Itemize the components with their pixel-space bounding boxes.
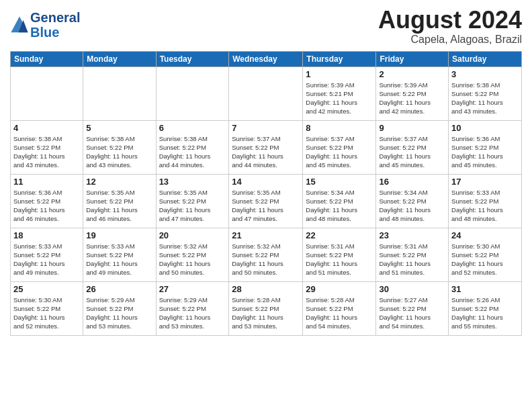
day-number: 21 (232, 230, 300, 240)
logo: General Blue (10, 10, 80, 40)
week-row-3: 11Sunrise: 5:36 AM Sunset: 5:22 PM Dayli… (11, 174, 522, 228)
day-info: Sunrise: 5:31 AM Sunset: 5:22 PM Dayligh… (379, 242, 445, 277)
day-number: 13 (159, 177, 226, 187)
day-number: 24 (451, 230, 519, 240)
day-info: Sunrise: 5:35 AM Sunset: 5:22 PM Dayligh… (232, 188, 300, 224)
calendar-cell: 18Sunrise: 5:33 AM Sunset: 5:22 PM Dayli… (11, 228, 83, 281)
day-number: 4 (13, 123, 80, 133)
day-info: Sunrise: 5:31 AM Sunset: 5:22 PM Dayligh… (306, 242, 373, 277)
day-number: 1 (306, 69, 373, 79)
day-info: Sunrise: 5:32 AM Sunset: 5:22 PM Dayligh… (159, 242, 226, 277)
day-number: 2 (379, 69, 445, 79)
day-number: 12 (86, 177, 152, 187)
calendar-cell: 29Sunrise: 5:28 AM Sunset: 5:22 PM Dayli… (303, 281, 376, 335)
calendar-cell: 7Sunrise: 5:37 AM Sunset: 5:22 PM Daylig… (229, 120, 303, 174)
calendar-cell: 19Sunrise: 5:33 AM Sunset: 5:22 PM Dayli… (83, 228, 156, 281)
calendar-cell: 16Sunrise: 5:34 AM Sunset: 5:22 PM Dayli… (376, 174, 449, 228)
day-number: 14 (232, 177, 300, 187)
day-number: 25 (13, 284, 80, 294)
day-number: 20 (159, 230, 226, 240)
day-info: Sunrise: 5:39 AM Sunset: 5:21 PM Dayligh… (306, 81, 373, 116)
calendar-cell: 5Sunrise: 5:38 AM Sunset: 5:22 PM Daylig… (83, 120, 156, 174)
calendar-cell: 1Sunrise: 5:39 AM Sunset: 5:21 PM Daylig… (303, 66, 376, 120)
calendar-cell: 21Sunrise: 5:32 AM Sunset: 5:22 PM Dayli… (229, 228, 303, 281)
day-info: Sunrise: 5:34 AM Sunset: 5:22 PM Dayligh… (379, 188, 445, 224)
calendar-cell: 27Sunrise: 5:29 AM Sunset: 5:22 PM Dayli… (156, 281, 229, 335)
day-info: Sunrise: 5:38 AM Sunset: 5:22 PM Dayligh… (159, 134, 226, 170)
day-info: Sunrise: 5:28 AM Sunset: 5:22 PM Dayligh… (306, 295, 373, 331)
day-number: 16 (379, 177, 445, 187)
day-info: Sunrise: 5:33 AM Sunset: 5:22 PM Dayligh… (451, 188, 519, 224)
day-info: Sunrise: 5:34 AM Sunset: 5:22 PM Dayligh… (306, 188, 373, 224)
day-number: 19 (86, 230, 152, 240)
day-number: 29 (306, 284, 373, 294)
logo-text: General Blue (30, 10, 80, 40)
page: General Blue August 2024 Capela, Alagoas… (0, 0, 532, 342)
week-row-4: 18Sunrise: 5:33 AM Sunset: 5:22 PM Dayli… (11, 228, 522, 281)
day-number: 9 (379, 123, 445, 133)
calendar-cell: 15Sunrise: 5:34 AM Sunset: 5:22 PM Dayli… (303, 174, 376, 228)
calendar-cell: 24Sunrise: 5:30 AM Sunset: 5:22 PM Dayli… (449, 228, 522, 281)
calendar-cell: 14Sunrise: 5:35 AM Sunset: 5:22 PM Dayli… (229, 174, 303, 228)
day-number: 5 (86, 123, 152, 133)
col-saturday: Saturday (449, 51, 522, 66)
month-title: August 2024 (378, 7, 522, 34)
day-number: 26 (86, 284, 152, 294)
calendar-cell: 8Sunrise: 5:37 AM Sunset: 5:22 PM Daylig… (303, 120, 376, 174)
col-monday: Monday (83, 51, 156, 66)
week-row-5: 25Sunrise: 5:30 AM Sunset: 5:22 PM Dayli… (11, 281, 522, 335)
calendar-cell: 20Sunrise: 5:32 AM Sunset: 5:22 PM Dayli… (156, 228, 229, 281)
calendar-cell: 10Sunrise: 5:36 AM Sunset: 5:22 PM Dayli… (449, 120, 522, 174)
calendar-cell (156, 66, 229, 120)
day-info: Sunrise: 5:28 AM Sunset: 5:22 PM Dayligh… (232, 295, 300, 331)
calendar-cell: 6Sunrise: 5:38 AM Sunset: 5:22 PM Daylig… (156, 120, 229, 174)
day-info: Sunrise: 5:37 AM Sunset: 5:22 PM Dayligh… (379, 134, 445, 170)
calendar-cell: 11Sunrise: 5:36 AM Sunset: 5:22 PM Dayli… (11, 174, 83, 228)
day-number: 3 (451, 69, 519, 79)
col-friday: Friday (376, 51, 449, 66)
logo-icon (10, 15, 29, 34)
day-info: Sunrise: 5:30 AM Sunset: 5:22 PM Dayligh… (13, 295, 80, 331)
day-number: 7 (232, 123, 300, 133)
calendar-cell (229, 66, 303, 120)
day-number: 23 (379, 230, 445, 240)
day-info: Sunrise: 5:38 AM Sunset: 5:22 PM Dayligh… (13, 134, 80, 170)
col-tuesday: Tuesday (156, 51, 229, 66)
calendar-cell (11, 66, 83, 120)
day-number: 30 (379, 284, 445, 294)
day-info: Sunrise: 5:30 AM Sunset: 5:22 PM Dayligh… (451, 242, 519, 277)
day-info: Sunrise: 5:29 AM Sunset: 5:22 PM Dayligh… (86, 295, 152, 331)
header: General Blue August 2024 Capela, Alagoas… (10, 7, 522, 46)
calendar-cell: 23Sunrise: 5:31 AM Sunset: 5:22 PM Dayli… (376, 228, 449, 281)
calendar-cell: 25Sunrise: 5:30 AM Sunset: 5:22 PM Dayli… (11, 281, 83, 335)
day-number: 18 (13, 230, 80, 240)
day-number: 6 (159, 123, 226, 133)
col-thursday: Thursday (303, 51, 376, 66)
day-number: 27 (159, 284, 226, 294)
day-info: Sunrise: 5:38 AM Sunset: 5:22 PM Dayligh… (86, 134, 152, 170)
calendar-cell: 2Sunrise: 5:39 AM Sunset: 5:22 PM Daylig… (376, 66, 449, 120)
week-row-1: 1Sunrise: 5:39 AM Sunset: 5:21 PM Daylig… (11, 66, 522, 120)
day-number: 8 (306, 123, 373, 133)
day-info: Sunrise: 5:29 AM Sunset: 5:22 PM Dayligh… (159, 295, 226, 331)
day-number: 10 (451, 123, 519, 133)
header-row: Sunday Monday Tuesday Wednesday Thursday… (11, 51, 522, 66)
day-info: Sunrise: 5:26 AM Sunset: 5:22 PM Dayligh… (451, 295, 519, 331)
title-area: August 2024 Capela, Alagoas, Brazil (378, 7, 522, 46)
calendar-cell: 4Sunrise: 5:38 AM Sunset: 5:22 PM Daylig… (11, 120, 83, 174)
calendar-cell: 22Sunrise: 5:31 AM Sunset: 5:22 PM Dayli… (303, 228, 376, 281)
day-info: Sunrise: 5:32 AM Sunset: 5:22 PM Dayligh… (232, 242, 300, 277)
week-row-2: 4Sunrise: 5:38 AM Sunset: 5:22 PM Daylig… (11, 120, 522, 174)
day-number: 11 (13, 177, 80, 187)
day-info: Sunrise: 5:33 AM Sunset: 5:22 PM Dayligh… (86, 242, 152, 277)
calendar-cell: 3Sunrise: 5:38 AM Sunset: 5:22 PM Daylig… (449, 66, 522, 120)
day-number: 15 (306, 177, 373, 187)
col-sunday: Sunday (11, 51, 83, 66)
day-number: 22 (306, 230, 373, 240)
day-info: Sunrise: 5:27 AM Sunset: 5:22 PM Dayligh… (379, 295, 445, 331)
day-info: Sunrise: 5:37 AM Sunset: 5:22 PM Dayligh… (232, 134, 300, 170)
col-wednesday: Wednesday (229, 51, 303, 66)
day-info: Sunrise: 5:36 AM Sunset: 5:22 PM Dayligh… (13, 188, 80, 224)
calendar-cell: 28Sunrise: 5:28 AM Sunset: 5:22 PM Dayli… (229, 281, 303, 335)
day-info: Sunrise: 5:38 AM Sunset: 5:22 PM Dayligh… (451, 81, 519, 116)
